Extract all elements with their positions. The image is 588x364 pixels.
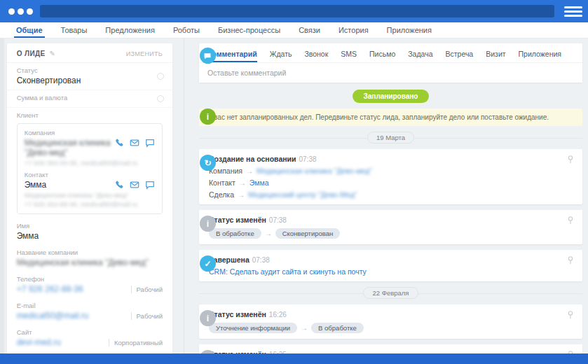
bottom-bar [0, 354, 588, 364]
edit-pencil-icon[interactable]: ✎ [50, 50, 55, 57]
amount-label: Сумма и валюта [17, 94, 163, 102]
comment-input[interactable] [199, 63, 582, 83]
email-label: E-mail [17, 302, 163, 309]
status-value: Сконвертирован [17, 76, 163, 85]
tab-apps[interactable]: Приложения [378, 22, 441, 38]
lead-edit-link[interactable]: изменить [126, 50, 163, 57]
amount-field: Сумма и валюта [7, 90, 172, 108]
entry-title: Завершена07:38 [209, 255, 561, 264]
timeline-entry-status-change: Статус изменён16:25 Не обработанУточнени… [199, 344, 582, 354]
status-badges: Уточнение информацииВ обработке [209, 323, 561, 333]
name-value: Эмма [17, 231, 163, 241]
phone-value-link[interactable]: +7 926 262-88-36 [17, 284, 83, 294]
entry-row: СделкаМедицинский центр "Дево-Мед" [209, 190, 561, 199]
hamburger-menu-icon[interactable] [564, 4, 582, 18]
browser-topbar [0, 0, 588, 22]
tab-general[interactable]: Общие [7, 22, 52, 38]
composer-tab-letter[interactable]: Письмо [369, 48, 395, 62]
tab-robots[interactable]: Роботы [164, 22, 209, 38]
date-separator: 19 Марта [367, 132, 414, 144]
timeline-column: Комментарий Ждать Звонок SMS Письмо Зада… [175, 38, 588, 354]
composer-tab-sms[interactable]: SMS [341, 48, 357, 62]
lead-details-column: О ЛИДЕ ✎ изменить Статус Сконвертирован … [4, 38, 175, 354]
tab-business-processes[interactable]: Бизнес-процессы [209, 22, 289, 38]
name-field: Имя Эмма [7, 218, 172, 245]
composer-tab-task[interactable]: Задача [408, 48, 432, 62]
composer-tab-wait[interactable]: Ждать [270, 48, 292, 62]
entry-time: 07:38 [252, 256, 270, 264]
composer-tab-visit[interactable]: Визит [486, 48, 505, 62]
contact-label: Контакт [25, 171, 155, 178]
window-dot-icon[interactable] [18, 8, 24, 15]
site-field: Сайт devi-med.ru Корпоративный [7, 325, 172, 351]
refresh-icon: ↻ [200, 155, 216, 171]
company-link[interactable]: Медицинская клиника "Дево-мед" [257, 167, 372, 175]
contact-link[interactable]: Эмма [249, 178, 269, 187]
tab-links[interactable]: Связи [289, 22, 329, 38]
comment-bubble-icon [200, 48, 216, 64]
site-value-link[interactable]: devi-med.ru [17, 337, 61, 347]
site-label: Сайт [17, 328, 163, 336]
tab-offers[interactable]: Предложения [96, 22, 164, 38]
info-icon: i [200, 216, 216, 232]
main-nav-tabs: Общие Товары Предложения Роботы Бизнес-п… [0, 22, 588, 38]
task-check-icon: ✓ [200, 255, 216, 272]
status-badges: В обработкеСконвертирован [209, 228, 561, 239]
status-badge-from: В обработке [209, 228, 261, 239]
email-icon[interactable] [130, 180, 139, 190]
email-field: E-mail medical50@mail.ru Рабочий [7, 298, 172, 325]
composer-tab-apps[interactable]: Приложения [519, 48, 561, 62]
chat-icon[interactable] [145, 180, 155, 190]
site-type-tag: Корпоративный [109, 339, 163, 346]
activity-composer: Комментарий Ждать Звонок SMS Письмо Зада… [199, 43, 582, 83]
client-label: Клиент [17, 111, 163, 119]
status-badge-to: В обработке [311, 323, 364, 333]
name-label: Имя [17, 222, 163, 230]
chat-icon[interactable] [145, 138, 155, 148]
phone-icon[interactable] [114, 138, 124, 148]
entry-title: Статус изменён16:26 [209, 310, 561, 318]
composer-tab-meeting[interactable]: Встреча [446, 48, 474, 62]
phone-field: Телефон +7 926 262-88-36 Рабочий [7, 272, 172, 298]
pin-icon[interactable] [566, 255, 575, 265]
planned-button[interactable]: Запланировано [353, 90, 430, 103]
contact-row: Контакт Эмма Медицинская клиника "Дево-м… [25, 171, 155, 208]
entry-row: КонтактЭмма [209, 178, 561, 187]
timeline-entry-task-completed: Завершена07:38 CRM: Сделать аудит сайта … [199, 250, 582, 281]
email-icon[interactable] [130, 138, 139, 148]
phone-icon[interactable] [114, 180, 124, 190]
window-dot-icon[interactable] [27, 8, 33, 15]
company-row: Компания Медицинская клиника "Дево-мед" … [25, 129, 155, 167]
pin-icon[interactable] [566, 216, 575, 225]
entry-title: Создание на основании07:38 [209, 155, 561, 163]
window-dot-icon[interactable] [8, 8, 15, 15]
field-settings-gear-icon[interactable] [157, 95, 164, 102]
contact-name-link[interactable]: Эмма [25, 180, 47, 190]
company-name-value: Медицинская клиника "Дево-мед" [17, 258, 163, 267]
deal-link[interactable]: Медицинский центр "Дево-Мед" [248, 190, 357, 199]
status-field: Статус Сконвертирован [7, 63, 172, 90]
client-field: Клиент [7, 108, 172, 122]
entry-time: 16:26 [269, 311, 287, 318]
task-link[interactable]: CRM: Сделать аудит сайта и скинуть на по… [209, 267, 367, 276]
address-bar[interactable] [40, 5, 554, 18]
entry-time: 07:38 [269, 216, 287, 224]
pin-icon[interactable] [566, 155, 575, 164]
tab-history[interactable]: История [329, 22, 378, 38]
email-value-link[interactable]: medical50@mail.ru [17, 311, 89, 321]
info-icon: i [200, 310, 216, 326]
lead-info-card: О ЛИДЕ ✎ изменить Статус Сконвертирован … [7, 43, 172, 354]
window-controls[interactable] [8, 8, 33, 15]
field-settings-gear-icon[interactable] [157, 73, 164, 80]
composer-tab-call[interactable]: Звонок [304, 48, 328, 62]
no-planned-notice: У вас нет запланированных дел. Передвинь… [199, 108, 582, 126]
entry-row: КомпанияМедицинская клиника "Дево-мед" [209, 167, 561, 175]
company-name-link[interactable]: Медицинская клиника "Дево-мед" [25, 138, 114, 158]
entry-title: Статус изменён07:38 [209, 216, 561, 224]
timeline-line [184, 38, 184, 354]
phone-type-tag: Рабочий [131, 286, 163, 293]
tab-products[interactable]: Товары [52, 22, 97, 38]
client-box: Компания Медицинская клиника "Дево-мед" … [17, 123, 163, 214]
pin-icon[interactable] [566, 310, 575, 320]
company-contacts: +7 926 392-00-35, medical50@mail.ru [25, 159, 155, 167]
